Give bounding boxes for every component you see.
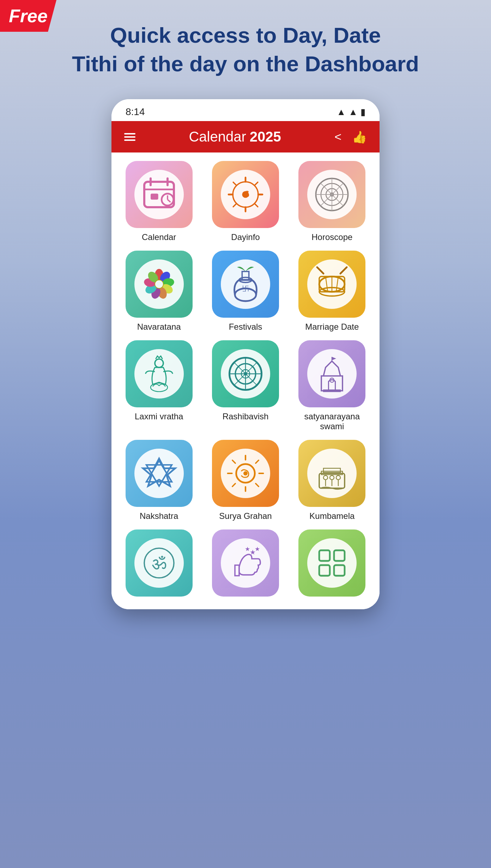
widgets-icon-circle [307,538,357,588]
svg-line-74 [256,484,259,486]
wifi-icon: ▲ [337,107,346,118]
svg-rect-95 [334,565,345,576]
svg-marker-63 [332,357,336,360]
grid-item-marriage-date[interactable]: Marriage Date [293,251,371,332]
dayinfo-icon-bg: ॐ [212,161,279,228]
svg-line-49 [336,277,338,292]
laxmi-vratha-icon-circle [134,349,184,399]
free-badge-label: Free [9,5,48,26]
rating-icon: ★ ★ ★ [224,542,267,584]
surya-grahan-icon [224,452,267,495]
navaratana-icon-circle [134,259,184,309]
phone-mockup: 8:14 ▲ ▲ ▮ Calendar 2025 < 👍 [111,99,380,609]
calendar-icon-bg [126,161,193,228]
festivals-label: Festivals [229,322,262,332]
svg-line-16 [255,182,257,185]
calendar-icon [138,173,180,216]
svg-text:ॐ: ॐ [152,553,166,573]
hamburger-menu-icon[interactable] [124,133,135,141]
header-line2: Tithi of the day on the Dashboard [72,50,419,78]
svg-line-14 [233,182,236,185]
status-icons: ▲ ▲ ▮ [337,107,365,118]
grid-item-surya-grahan[interactable]: Surya Grahan [206,440,284,521]
svg-point-51 [151,383,168,392]
svg-line-73 [232,460,235,463]
satyanarayana-icon-circle [307,349,357,399]
svg-text:ॐ: ॐ [242,190,249,199]
svg-line-75 [256,460,259,463]
grid-item-rashibavish[interactable]: Rashibavish [206,340,284,431]
marriage-date-icon-bg [298,251,365,318]
svg-rect-80 [323,468,340,473]
calendar-icon-circle [134,170,184,219]
festivals-icon: 卐 [224,263,267,305]
nakshatra-icon-circle [134,449,184,498]
surya-grahan-icon-circle [221,449,270,498]
grid-item-kumbamela[interactable]: Kumbamela [293,440,371,521]
svg-point-77 [243,471,248,475]
navaratana-label: Navaratana [137,322,181,332]
svg-line-45 [317,267,323,274]
laxmi-vratha-icon [138,353,180,395]
widgets-icon [311,542,353,584]
svg-text:卐: 卐 [242,285,249,292]
grid-item-om[interactable]: ॐ [120,529,198,601]
svg-text:★: ★ [255,546,260,553]
om-icon-bg: ॐ [126,529,193,597]
calendar-label: Calendar [142,232,176,242]
om-icon: ॐ [138,542,180,584]
grid-partial-row: ॐ ★ ★ ★ [111,529,380,609]
signal-icon: ▲ [348,107,358,118]
battery-icon: ▮ [360,107,365,118]
kumbamela-icon-circle [307,449,357,498]
grid-item-nakshatra[interactable]: Nakshatra [120,440,198,521]
grid-item-rating[interactable]: ★ ★ ★ [206,529,284,601]
satyanarayana-icon [311,353,353,395]
rashibavish-icon-bg [212,340,279,407]
nakshatra-icon [138,452,180,495]
navaratana-icon-bg [126,251,193,318]
svg-line-15 [255,204,257,207]
grid-item-widgets[interactable] [293,529,371,601]
marriage-date-label: Marriage Date [305,322,359,332]
svg-point-50 [155,359,163,367]
svg-text:★: ★ [245,546,250,553]
marriage-date-icon-circle [307,259,357,309]
status-bar: 8:14 ▲ ▲ ▮ [111,99,380,121]
rashibavish-icon [224,353,267,395]
grid-item-navaratana[interactable]: Navaratana [120,251,198,332]
svg-rect-92 [319,550,330,561]
horoscope-label: Horoscope [311,232,352,242]
grid-item-calendar[interactable]: Calendar [120,161,198,242]
svg-line-76 [232,484,235,486]
laxmi-vratha-label: Laxmi vratha [135,412,183,421]
app-grid: Calendar [111,152,380,529]
grid-item-horoscope[interactable]: Horoscope [293,161,371,242]
widgets-icon-bg [298,529,365,597]
satyanarayana-icon-bg [298,340,365,407]
svg-line-46 [340,267,347,274]
like-icon[interactable]: 👍 [352,130,367,144]
share-icon[interactable]: < [334,130,341,144]
svg-point-82 [330,475,334,480]
header-text: Quick access to Day, Date Tithi of the d… [44,21,447,78]
surya-grahan-label: Surya Grahan [219,511,272,521]
festivals-icon-bg: 卐 [212,251,279,318]
svg-point-37 [155,280,163,288]
horoscope-icon-circle [307,170,357,219]
horoscope-icon [311,173,353,216]
rashibavish-icon-circle [221,349,270,399]
svg-line-47 [326,277,328,292]
rashibavish-label: Rashibavish [223,412,269,421]
svg-rect-40 [242,271,249,280]
grid-item-festivals[interactable]: 卐 Festivals [206,251,284,332]
rating-icon-bg: ★ ★ ★ [212,529,279,597]
kumbamela-icon [311,452,353,495]
dayinfo-label: Dayinfo [231,232,260,242]
dayinfo-icon: ॐ [224,173,267,216]
satyanarayana-label: satyanarayana swami [293,412,371,431]
grid-item-satyanarayana[interactable]: satyanarayana swami [293,340,371,431]
grid-item-laxmi-vratha[interactable]: Laxmi vratha [120,340,198,431]
om-icon-circle: ॐ [134,538,184,588]
grid-item-dayinfo[interactable]: ॐ Dayinfo [206,161,284,242]
